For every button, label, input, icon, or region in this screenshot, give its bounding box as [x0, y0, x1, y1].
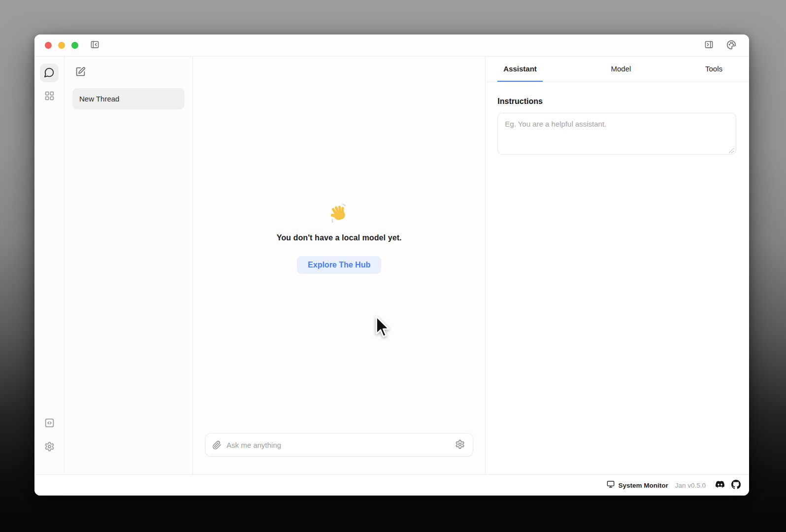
sidebar-collapse-icon [90, 40, 99, 51]
thread-list-item[interactable]: New Thread [72, 88, 185, 109]
assistant-panel: Assistant Model Tools Instructions [486, 57, 749, 474]
empty-state-message: You don't have a local model yet. [277, 233, 402, 242]
grid-icon [44, 91, 55, 102]
left-rail [34, 57, 65, 474]
sidebar-item-local-api[interactable] [40, 414, 59, 433]
chat-area: You don't have a local model yet. Explor… [193, 57, 486, 474]
gear-icon [44, 441, 55, 453]
empty-state: You don't have a local model yet. Explor… [193, 51, 485, 427]
thread-list-panel: New Thread [65, 57, 193, 474]
sidebar-item-settings[interactable] [40, 438, 59, 457]
discord-icon [716, 480, 724, 491]
thread-title: New Thread [79, 95, 119, 103]
paperclip-icon[interactable] [212, 440, 222, 450]
statusbar: System Monitor Jan v0.5.0 [34, 474, 749, 496]
traffic-lights [45, 42, 78, 49]
github-icon [731, 480, 741, 491]
system-monitor-label: System Monitor [618, 482, 668, 489]
system-monitor-button[interactable]: System Monitor [607, 480, 668, 490]
mouse-cursor [374, 316, 391, 339]
gear-icon [455, 439, 465, 451]
instructions-textarea[interactable] [497, 113, 736, 155]
chat-input-bar [205, 433, 473, 457]
monitor-icon [607, 480, 615, 490]
chat-bubble-icon [44, 67, 55, 79]
new-thread-button[interactable] [72, 65, 88, 80]
sidebar-item-hub[interactable] [40, 87, 59, 106]
zoom-button[interactable] [71, 42, 78, 49]
tab-assistant[interactable]: Assistant [497, 57, 543, 82]
theme-button[interactable] [725, 39, 737, 52]
sidebar-collapse-button[interactable] [89, 39, 100, 52]
window-content: New Thread [34, 57, 749, 474]
new-thread-compose-icon [75, 71, 86, 78]
github-link[interactable] [731, 480, 741, 491]
tab-model[interactable]: Model [605, 57, 637, 82]
instructions-heading: Instructions [497, 97, 736, 106]
model-settings-button[interactable] [454, 438, 466, 452]
theme-palette-icon [726, 40, 736, 51]
tab-tools[interactable]: Tools [699, 57, 728, 82]
panel-right-toggle-icon [704, 40, 714, 51]
panel-tabs: Assistant Model Tools [486, 57, 749, 82]
code-square-icon [44, 418, 55, 430]
sidebar-item-threads[interactable] [40, 64, 59, 82]
minimize-button[interactable] [58, 42, 65, 49]
right-panel-toggle-button[interactable] [703, 39, 715, 52]
close-button[interactable] [45, 42, 52, 49]
explore-hub-button[interactable]: Explore The Hub [297, 256, 381, 274]
discord-link[interactable] [716, 480, 724, 491]
app-version-label: Jan v0.5.0 [675, 482, 706, 489]
chat-input[interactable] [227, 441, 449, 449]
app-window: New Thread [34, 34, 749, 496]
desktop-background: New Thread [0, 0, 786, 532]
waving-hand-emoji [329, 204, 349, 224]
